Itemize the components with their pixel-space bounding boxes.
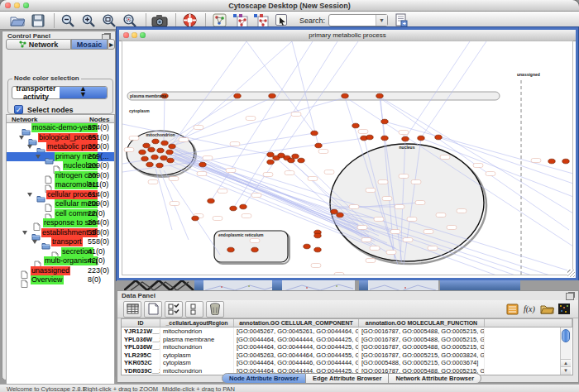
node[interactable] (376, 93, 383, 98)
node[interactable] (156, 163, 163, 168)
tab-network[interactable]: Network (6, 39, 71, 50)
window-fragment-titlebar[interactable] (359, 280, 368, 290)
tree-row[interactable]: nucleobase-209(0) (7, 161, 114, 171)
layout-edges-icon[interactable] (251, 12, 270, 29)
node[interactable] (169, 144, 175, 149)
table-cell[interactable]: [GO:0016787, GO:0005488, GO:0005215, G..… (359, 336, 485, 344)
column-header[interactable]: annotation.GO CELLULAR_COMPONENT (234, 319, 359, 327)
node[interactable] (418, 136, 424, 141)
node[interactable] (199, 162, 206, 167)
save-icon[interactable] (29, 12, 47, 29)
node[interactable] (146, 162, 153, 167)
node[interactable] (342, 93, 348, 98)
node[interactable] (548, 159, 555, 164)
expand-arrow-icon[interactable] (36, 155, 41, 159)
table-cell[interactable]: mitochondrion (160, 327, 234, 336)
node[interactable] (269, 93, 275, 98)
window-fragment-titlebar[interactable] (272, 280, 282, 290)
node[interactable] (298, 158, 304, 163)
table-cell[interactable]: [GO:0016787, GO:0005488, GO:0005215, G..… (359, 343, 485, 351)
table-cell[interactable]: plasma membrane (160, 336, 234, 344)
scroll-down-icon[interactable]: ▼ (561, 366, 571, 375)
node[interactable] (314, 247, 321, 252)
table-cell[interactable]: YKR052C (122, 359, 160, 367)
tree-row[interactable]: mosaic-demo-yeast874(0) (7, 123, 114, 133)
tree-row[interactable]: Overview8(0) (7, 275, 114, 285)
annotation-icon[interactable] (272, 12, 290, 29)
tree-row[interactable]: cellular process614(0) (7, 190, 114, 200)
table-cell[interactable]: [GO:0045267, GO:0045261, GO:0044464, G..… (234, 327, 359, 336)
select-nodes-checkbox[interactable]: ✓ (14, 105, 23, 114)
attribute-table-icon[interactable] (123, 301, 141, 318)
table-cell[interactable]: mitochondrion (160, 343, 234, 351)
node[interactable] (230, 206, 237, 211)
help-lifering-icon[interactable] (180, 12, 199, 29)
tree-row[interactable]: secretion41(0) (7, 247, 114, 257)
resize-grip[interactable] (567, 270, 575, 277)
table-vertical-scrollbar[interactable]: ▲ ▼ (560, 327, 572, 375)
table-cell[interactable]: YPL036W__2 (122, 336, 160, 344)
node[interactable] (331, 209, 337, 214)
expand-arrow-icon[interactable] (22, 231, 27, 235)
window-fragment-titlebar[interactable] (194, 280, 203, 290)
node[interactable] (562, 159, 569, 164)
node[interactable] (161, 141, 168, 146)
tree-row[interactable]: biological_process651(0) (7, 133, 114, 143)
node[interactable] (139, 150, 146, 155)
float-panel-icon[interactable] (566, 293, 574, 300)
node[interactable] (141, 156, 148, 161)
expand-arrow-icon[interactable] (27, 145, 32, 149)
table-cell[interactable]: YJR121W__1 (122, 327, 160, 336)
tree-row[interactable]: cell communicat22(0) (7, 209, 114, 219)
scrollbar-thumb[interactable] (562, 329, 570, 342)
node[interactable] (267, 160, 274, 165)
open-file-icon[interactable] (8, 12, 26, 29)
node[interactable] (148, 147, 155, 152)
window-fragment-titlebar[interactable] (440, 280, 520, 290)
tree-row[interactable]: macromolecule311(0) (7, 180, 114, 190)
table-cell[interactable]: YLR295C (122, 351, 160, 360)
node[interactable] (167, 158, 174, 163)
tree-row[interactable]: metabolic process280(0) (7, 142, 114, 152)
zoom-out-icon[interactable] (59, 12, 77, 29)
tree-row[interactable]: unassigned223(0) (7, 266, 114, 276)
node[interactable] (152, 139, 159, 144)
node[interactable] (352, 123, 359, 128)
snapshot-camera-icon[interactable] (151, 12, 169, 29)
tree-row[interactable]: multi-organism pro42(0) (7, 256, 114, 266)
node[interactable] (227, 247, 234, 252)
import-attributes-icon[interactable] (392, 12, 410, 29)
search-input[interactable] (329, 16, 376, 25)
formula-builder-icon[interactable]: f(x) (522, 302, 537, 317)
column-header[interactable]: _cellularLayoutRegion (160, 319, 234, 327)
expand-arrow-icon[interactable] (19, 136, 24, 140)
node[interactable] (337, 213, 343, 218)
node[interactable] (251, 247, 258, 252)
column-header[interactable]: ID (122, 319, 160, 327)
expand-arrow-icon[interactable] (32, 240, 37, 244)
table-cell[interactable]: cytoplasm (160, 359, 234, 367)
unselect-attributes-icon[interactable] (185, 301, 203, 318)
node[interactable] (292, 154, 299, 159)
delete-attribute-icon[interactable] (206, 301, 224, 318)
node[interactable] (157, 148, 164, 153)
table-cell[interactable]: [GO:0044464, GO:0044444, GO:0044425, G..… (234, 343, 359, 351)
tree-row[interactable]: response to stimulu264(0) (7, 218, 114, 228)
attribute-matrix-icon[interactable] (557, 302, 572, 317)
table-cell[interactable]: cytoplasm (160, 351, 234, 360)
layout-nodes-icon[interactable] (231, 12, 249, 29)
import-attribute-file-icon[interactable] (539, 302, 554, 317)
network-canvas[interactable]: plasma membranecytoplasmmitochondrionnuc… (122, 41, 573, 275)
tree-row[interactable]: transport558(0) (7, 237, 114, 247)
node[interactable] (311, 131, 318, 136)
node[interactable] (192, 216, 199, 221)
node[interactable] (381, 119, 388, 124)
node[interactable] (143, 143, 150, 148)
tab-node-attribute-browser[interactable]: Node Attribute Browser (222, 373, 306, 384)
node[interactable] (366, 135, 373, 140)
node[interactable] (402, 136, 409, 141)
tree-row[interactable]: primary metabo209(... (7, 152, 114, 162)
new-attribute-icon[interactable] (144, 301, 162, 318)
expand-arrow-icon[interactable] (27, 193, 32, 197)
tab-mosaic[interactable]: Mosaic (71, 39, 108, 50)
